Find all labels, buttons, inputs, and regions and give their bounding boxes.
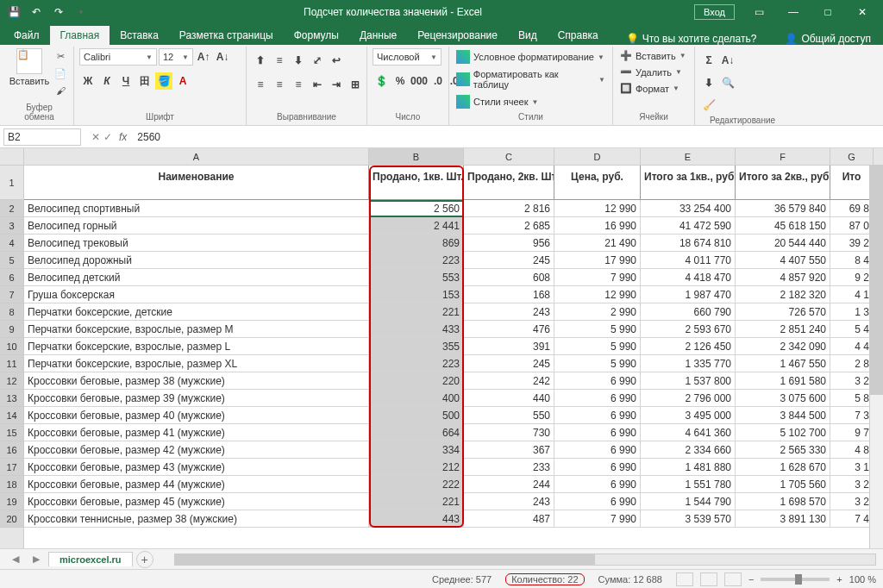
- cell[interactable]: 20 544 440: [736, 235, 830, 252]
- row-header-19[interactable]: 19: [0, 493, 23, 510]
- cell-styles-button[interactable]: Стили ячеек▼: [454, 93, 540, 110]
- cell[interactable]: 4 011 770: [641, 252, 736, 269]
- col-header-B[interactable]: B: [369, 148, 464, 165]
- autosum-icon[interactable]: Σ: [700, 52, 717, 69]
- header-cell[interactable]: Итого за 1кв., руб.: [641, 166, 736, 200]
- cell[interactable]: 5 102 700: [736, 424, 830, 441]
- col-header-A[interactable]: A: [24, 148, 369, 165]
- cell[interactable]: 367: [464, 441, 554, 459]
- maximize-icon[interactable]: □: [811, 0, 845, 24]
- wrap-text-icon[interactable]: ↩: [328, 52, 345, 69]
- redo-icon[interactable]: ↷: [48, 2, 69, 22]
- cell[interactable]: 6 990: [554, 459, 641, 476]
- align-right-icon[interactable]: ≡: [290, 76, 307, 93]
- cell[interactable]: 233: [464, 459, 554, 476]
- cell[interactable]: 400: [369, 390, 464, 407]
- row-header-10[interactable]: 10: [0, 338, 23, 355]
- save-icon[interactable]: 💾: [3, 2, 24, 22]
- cell[interactable]: Кроссовки беговые, размер 44 (мужские): [24, 476, 369, 493]
- decrease-font-icon[interactable]: A↓: [214, 48, 231, 66]
- cell[interactable]: 5 8: [830, 390, 874, 407]
- delete-cells-button[interactable]: ➖Удалить▼: [618, 65, 684, 79]
- cell[interactable]: 39 2: [830, 235, 874, 252]
- cell[interactable]: 21 490: [554, 235, 641, 252]
- align-middle-icon[interactable]: ≡: [271, 52, 288, 69]
- cell[interactable]: 3 1: [830, 459, 874, 476]
- undo-icon[interactable]: ↶: [26, 2, 47, 22]
- cell[interactable]: 6 990: [554, 424, 641, 441]
- cell[interactable]: 660 790: [641, 303, 736, 321]
- normal-view-icon[interactable]: [676, 572, 693, 586]
- tab-layout[interactable]: Разметка страницы: [169, 26, 284, 45]
- cell[interactable]: 487: [464, 510, 554, 528]
- cell[interactable]: 1 987 470: [641, 286, 736, 303]
- vertical-scrollbar[interactable]: [869, 166, 883, 548]
- tab-help[interactable]: Справка: [548, 26, 609, 45]
- cell[interactable]: Груша боксерская: [24, 286, 369, 303]
- cell[interactable]: 5 4: [830, 321, 874, 338]
- sheet-tab[interactable]: microexcel.ru: [48, 552, 133, 566]
- cell[interactable]: 334: [369, 441, 464, 459]
- row-header-9[interactable]: 9: [0, 321, 23, 338]
- cell[interactable]: 2 851 240: [736, 321, 830, 338]
- cell[interactable]: 443: [369, 510, 464, 528]
- cell[interactable]: Кроссовки беговые, размер 42 (мужские): [24, 441, 369, 459]
- cell[interactable]: 2 816: [464, 200, 554, 217]
- zoom-out-icon[interactable]: −: [748, 574, 754, 585]
- cell[interactable]: Кроссовки беговые, размер 43 (мужские): [24, 459, 369, 476]
- cell[interactable]: 212: [369, 459, 464, 476]
- zoom-level[interactable]: 100 %: [849, 574, 876, 585]
- cell[interactable]: Перчатки боксерские, взрослые, размер M: [24, 321, 369, 338]
- cell[interactable]: 242: [464, 372, 554, 390]
- zoom-slider[interactable]: [761, 578, 830, 581]
- cell[interactable]: 9 2: [830, 269, 874, 286]
- cell[interactable]: 3 2: [830, 476, 874, 493]
- scrollbar-thumb[interactable]: [175, 554, 595, 565]
- cell[interactable]: 1 691 580: [736, 372, 830, 390]
- formula-bar[interactable]: 2560: [134, 131, 883, 143]
- cell[interactable]: Кроссовки беговые, размер 41 (мужские): [24, 424, 369, 441]
- cell[interactable]: Кроссовки теннисные, размер 38 (мужские): [24, 510, 369, 528]
- cell[interactable]: 726 570: [736, 303, 830, 321]
- bold-button[interactable]: Ж: [79, 72, 97, 90]
- header-cell[interactable]: Итого за 2кв., руб.: [736, 166, 830, 200]
- cell[interactable]: 3 2: [830, 372, 874, 390]
- cell[interactable]: 1 544 790: [641, 493, 736, 510]
- cell[interactable]: 243: [464, 303, 554, 321]
- row-header-18[interactable]: 18: [0, 476, 23, 493]
- cell[interactable]: 33 254 400: [641, 200, 736, 217]
- cell[interactable]: 550: [464, 407, 554, 424]
- cell[interactable]: 1 3: [830, 303, 874, 321]
- col-header-D[interactable]: D: [554, 148, 641, 165]
- cut-icon[interactable]: ✂: [52, 48, 69, 64]
- tell-me-search[interactable]: 💡Что вы хотите сделать?: [617, 33, 766, 45]
- add-sheet-button[interactable]: +: [136, 551, 153, 568]
- cell[interactable]: 17 990: [554, 252, 641, 269]
- cell[interactable]: 4 418 470: [641, 269, 736, 286]
- cell[interactable]: 6 990: [554, 372, 641, 390]
- ribbon-options-icon[interactable]: ▭: [742, 0, 776, 24]
- minimize-icon[interactable]: —: [776, 0, 811, 24]
- format-cells-button[interactable]: 🔲Формат▼: [618, 81, 681, 96]
- cell[interactable]: Велосипед спортивный: [24, 200, 369, 217]
- cell[interactable]: 664: [369, 424, 464, 441]
- conditional-format-button[interactable]: Условное форматирование▼: [454, 48, 606, 66]
- cell[interactable]: Перчатки боксерские, взрослые, размер L: [24, 338, 369, 355]
- header-cell[interactable]: Наименование: [24, 166, 369, 200]
- cell[interactable]: 7 990: [554, 269, 641, 286]
- cell[interactable]: 223: [369, 252, 464, 269]
- cell[interactable]: 553: [369, 269, 464, 286]
- cell[interactable]: Кроссовки беговые, размер 39 (мужские): [24, 390, 369, 407]
- cell[interactable]: 391: [464, 338, 554, 355]
- tab-data[interactable]: Данные: [349, 26, 407, 45]
- font-name-select[interactable]: Calibri▼: [79, 48, 157, 66]
- cell[interactable]: 355: [369, 338, 464, 355]
- row-header-16[interactable]: 16: [0, 441, 23, 459]
- cell[interactable]: 1 551 780: [641, 476, 736, 493]
- row-header-12[interactable]: 12: [0, 372, 23, 390]
- row-header-5[interactable]: 5: [0, 252, 23, 269]
- col-header-G[interactable]: G: [830, 148, 874, 165]
- cell[interactable]: 168: [464, 286, 554, 303]
- font-color-button[interactable]: A: [174, 72, 191, 90]
- cell[interactable]: 245: [464, 252, 554, 269]
